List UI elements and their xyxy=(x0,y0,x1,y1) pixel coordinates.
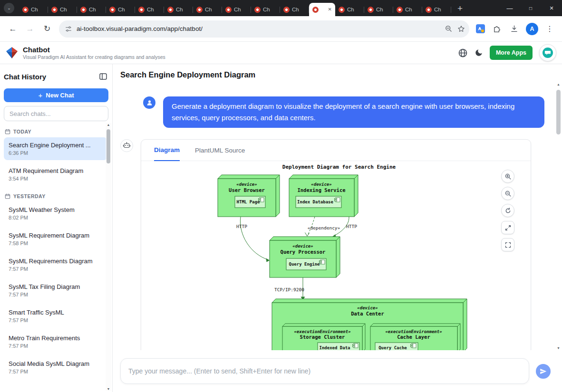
zoom-icon[interactable] xyxy=(445,25,453,33)
node-cache-layer: «executionEnvironment» Cache Layer Query… xyxy=(370,324,460,350)
tab-title: Ch xyxy=(292,7,299,12)
fit-to-screen-button[interactable] xyxy=(501,238,514,251)
chat-history-item[interactable]: ATM Requirement Diagram 3:54 PM xyxy=(4,163,107,186)
chat-list-yesterday: SysML Weather System 8:02 PM SysML Requi… xyxy=(0,202,112,379)
svg-text:Query Processor: Query Processor xyxy=(281,249,326,255)
plus-icon: + xyxy=(39,91,43,99)
browser-tab[interactable]: Ch ✕ xyxy=(193,3,222,16)
forward-button[interactable]: → xyxy=(22,21,38,37)
svg-text:Indexed Data: Indexed Data xyxy=(319,345,350,350)
chat-widget-button[interactable] xyxy=(539,44,556,61)
browser-menu-icon[interactable]: ⋮ xyxy=(542,24,557,33)
scroll-down-icon[interactable]: ▼ xyxy=(557,346,560,350)
address-bar[interactable]: ai-toolbox.visual-paradigm.com/app/chatb… xyxy=(59,20,469,38)
maximize-button[interactable]: □ xyxy=(520,0,541,16)
chat-history-item[interactable]: SysML Tax Filing Diagram 7:57 PM xyxy=(4,279,107,302)
node-indexing-service: «device» Indexing Service Index Database xyxy=(289,175,358,217)
edge-label-http-left: HTTP xyxy=(236,224,247,229)
zoom-in-button[interactable] xyxy=(501,170,514,183)
app-body: Chat History + New Chat TODAY xyxy=(0,64,562,392)
svg-text:Storage Cluster: Storage Cluster xyxy=(300,334,345,340)
chat-history-item[interactable]: SysML Weather System 8:02 PM xyxy=(4,202,107,225)
browser-tab[interactable]: Ch ✕ xyxy=(164,3,193,16)
browser-tab[interactable]: Ch ✕ xyxy=(422,3,451,16)
scroll-up-icon[interactable]: ▲ xyxy=(107,123,110,126)
extensions-puzzle-icon[interactable] xyxy=(489,21,505,37)
scroll-up-icon[interactable]: ▲ xyxy=(557,83,560,86)
chat-history-item[interactable]: SysML Requirement Diagram 7:58 PM xyxy=(4,228,107,250)
chat-history-item[interactable]: Social Media SysML Diagram 7:57 PM xyxy=(4,356,107,379)
reload-button[interactable]: ↻ xyxy=(39,21,55,37)
messages-scrollbar[interactable]: ▲ ▼ xyxy=(555,83,562,350)
browser-tab[interactable]: Ch ✕ xyxy=(251,3,280,16)
calendar-icon xyxy=(5,193,10,199)
chat-history-item[interactable]: Metro Train Requirements 7:57 PM xyxy=(4,330,107,353)
downloads-icon[interactable] xyxy=(506,21,522,37)
tab-diagram[interactable]: Diagram xyxy=(154,140,180,161)
collapse-sidebar-icon[interactable] xyxy=(99,72,107,81)
app-titles: Chatbot Visual Paradigm AI Assistant for… xyxy=(23,46,165,60)
browser-tab[interactable]: Ch ✕ xyxy=(48,3,77,16)
close-window-button[interactable]: ✕ xyxy=(541,0,562,16)
tab-strip: Ch ✕ Ch ✕ Ch ✕ Ch ✕ xyxy=(19,0,451,16)
tab-search-button[interactable]: ⌄ xyxy=(4,3,14,13)
sidebar-scrollbar-thumb[interactable] xyxy=(107,129,110,163)
more-apps-button[interactable]: More Apps xyxy=(490,46,533,60)
zoom-out-button[interactable] xyxy=(501,187,514,200)
language-globe-icon[interactable] xyxy=(458,48,468,58)
dark-mode-moon-icon[interactable] xyxy=(475,48,483,57)
browser-profile-avatar[interactable]: A xyxy=(526,23,538,35)
new-chat-button[interactable]: + New Chat xyxy=(4,88,108,102)
browser-tab[interactable]: Ch ✕ xyxy=(222,3,251,16)
chat-item-time: 7:58 PM xyxy=(9,240,103,246)
chat-history-item[interactable]: Smart Traffic SysML 7:57 PM xyxy=(4,305,107,327)
window-controls: — □ ✕ xyxy=(499,0,562,16)
new-tab-button[interactable]: + xyxy=(455,4,465,13)
sidebar-title: Chat History xyxy=(4,73,46,81)
browser-window: ⌄ Ch ✕ Ch ✕ Ch ✕ xyxy=(0,0,562,392)
message-input[interactable] xyxy=(120,358,529,384)
minimize-button[interactable]: — xyxy=(499,0,520,16)
chat-history-item[interactable]: Search Engine Deployment ... 6:36 PM xyxy=(4,137,107,160)
new-chat-label: New Chat xyxy=(46,92,74,99)
browser-tab[interactable]: Ch ✕ xyxy=(335,3,364,16)
browser-tab[interactable]: Ch ✕ xyxy=(364,3,393,16)
visual-paradigm-logo xyxy=(6,47,19,59)
tab-close-icon[interactable]: ✕ xyxy=(328,7,332,12)
tab-plantuml-source[interactable]: PlantUML Source xyxy=(195,140,245,161)
reset-view-button[interactable] xyxy=(501,204,514,217)
bookmark-star-icon[interactable] xyxy=(457,25,465,33)
chat-history-item[interactable]: SysML Requirements Diagram 7:57 PM xyxy=(4,253,107,276)
browser-tab[interactable]: Ch ✕ xyxy=(106,3,135,16)
chat-item-time: 6:36 PM xyxy=(9,150,103,156)
chat-item-time: 7:57 PM xyxy=(9,369,103,374)
send-button[interactable] xyxy=(536,364,551,379)
browser-tab[interactable]: Ch ✕ xyxy=(280,3,309,16)
site-settings-icon[interactable] xyxy=(65,25,72,33)
chat-item-title: Smart Traffic SysML xyxy=(9,309,103,316)
sidebar-scrollbar[interactable]: ▲ ▼ xyxy=(106,123,111,391)
search-chats-input[interactable] xyxy=(4,106,108,121)
translate-extension-icon[interactable] xyxy=(476,24,485,33)
back-button[interactable]: ← xyxy=(5,21,21,37)
browser-tab[interactable]: Ch ✕ xyxy=(77,3,106,16)
send-plane-icon xyxy=(540,368,547,375)
header-actions: More Apps xyxy=(458,44,556,61)
diagram-title: Deployment Diagram for Search Engine xyxy=(282,164,396,170)
scroll-down-icon[interactable]: ▼ xyxy=(107,387,110,391)
svg-text:Query Cache: Query Cache xyxy=(378,345,407,350)
browser-tab[interactable]: Ch ✕ xyxy=(135,3,164,16)
tab-favicon-icon xyxy=(51,7,58,13)
messages-scrollbar-thumb[interactable] xyxy=(556,90,561,134)
tab-favicon-icon xyxy=(196,7,203,13)
diagram-viewport[interactable]: Deployment Diagram for Search Engine xyxy=(141,161,531,350)
chat-item-title: Search Engine Deployment ... xyxy=(9,142,103,149)
person-icon xyxy=(146,99,153,106)
tab-title: Ch xyxy=(118,7,125,12)
browser-tab[interactable]: Ch ✕ xyxy=(19,3,48,16)
browser-tab[interactable]: Ch ✕ xyxy=(393,3,422,16)
browser-tab[interactable]: Ch ✕ xyxy=(309,3,335,16)
chat-item-title: SysML Weather System xyxy=(9,206,103,213)
sidebar-header: Chat History xyxy=(0,64,112,83)
fullscreen-button[interactable] xyxy=(501,221,514,234)
